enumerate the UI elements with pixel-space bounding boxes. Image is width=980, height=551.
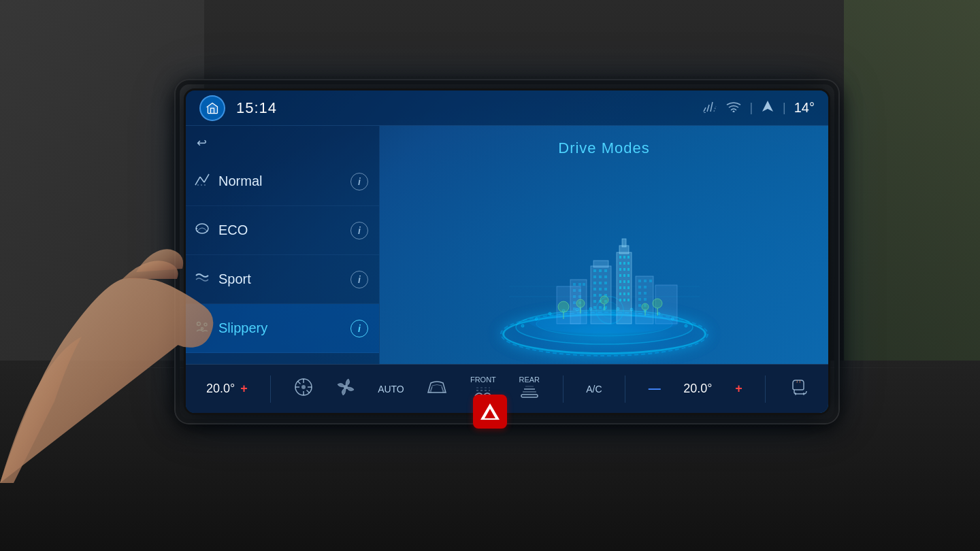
time-display: 15:14 xyxy=(236,99,277,117)
hologram-container xyxy=(475,164,734,382)
svg-rect-64 xyxy=(599,269,602,272)
svg-rect-47 xyxy=(623,274,625,277)
svg-line-0 xyxy=(704,107,706,112)
svg-rect-102 xyxy=(638,292,641,295)
svg-rect-41 xyxy=(623,262,625,265)
svg-rect-81 xyxy=(593,306,596,309)
svg-rect-42 xyxy=(627,262,630,265)
right-temp-minus[interactable]: — xyxy=(649,382,661,396)
svg-rect-57 xyxy=(627,293,630,295)
steering-heat-icon xyxy=(294,378,313,400)
svg-line-1 xyxy=(707,105,709,112)
svg-rect-69 xyxy=(593,282,596,284)
ac-label: A/C xyxy=(586,384,602,395)
svg-rect-66 xyxy=(593,276,596,278)
fan-section[interactable] xyxy=(336,378,355,400)
svg-rect-54 xyxy=(627,286,630,289)
svg-rect-97 xyxy=(638,280,641,282)
svg-point-13 xyxy=(197,322,201,326)
mode-item-sport[interactable]: Sport i xyxy=(186,255,379,304)
climate-bar: 20.0° + xyxy=(186,364,828,413)
home-button[interactable] xyxy=(199,95,225,121)
normal-icon xyxy=(194,173,210,189)
svg-rect-45 xyxy=(627,268,630,271)
signal-icon xyxy=(703,101,718,116)
outdoor-temperature: 14° xyxy=(794,100,815,116)
sport-info-button[interactable]: i xyxy=(350,271,368,288)
svg-point-122 xyxy=(529,312,679,333)
svg-rect-106 xyxy=(638,304,641,307)
svg-rect-105 xyxy=(644,298,647,301)
svg-point-22 xyxy=(549,312,551,315)
mode-item-eco[interactable]: ECO i xyxy=(186,206,379,255)
mode-item-normal[interactable]: Normal i xyxy=(186,157,379,206)
slippery-icon xyxy=(194,320,210,336)
svg-rect-82 xyxy=(599,306,602,309)
normal-label: Normal xyxy=(218,173,262,189)
svg-point-15 xyxy=(204,323,207,326)
steering-heat-section[interactable] xyxy=(294,378,313,400)
svg-rect-36 xyxy=(622,239,626,247)
screen-content: 15:14 xyxy=(186,90,828,413)
svg-point-110 xyxy=(558,301,569,312)
svg-point-32 xyxy=(685,324,687,327)
ac-section[interactable]: A/C xyxy=(586,384,602,395)
svg-rect-68 xyxy=(604,276,607,278)
svg-rect-72 xyxy=(593,288,596,290)
svg-marker-6 xyxy=(762,101,773,112)
auto-label: AUTO xyxy=(378,384,404,395)
svg-rect-53 xyxy=(623,286,625,289)
top-bar-right: | | 14° xyxy=(703,99,815,116)
right-temp-plus[interactable]: + xyxy=(735,382,742,396)
normal-info-button[interactable]: i xyxy=(350,173,368,190)
svg-rect-55 xyxy=(619,293,621,295)
rear-defroster-section[interactable]: REAR xyxy=(519,375,540,402)
back-button[interactable]: ↩ xyxy=(186,131,379,154)
svg-rect-52 xyxy=(619,286,621,289)
svg-rect-136 xyxy=(521,395,538,397)
hazard-button[interactable] xyxy=(473,395,507,429)
sport-icon xyxy=(194,271,210,287)
auto-section[interactable]: AUTO xyxy=(378,384,404,395)
svg-rect-86 xyxy=(578,283,581,286)
svg-point-11 xyxy=(196,224,208,233)
navigation-icon xyxy=(761,99,774,116)
home-icon xyxy=(206,101,219,115)
svg-rect-73 xyxy=(599,288,602,290)
svg-rect-60 xyxy=(627,299,630,301)
svg-rect-43 xyxy=(619,268,621,271)
svg-rect-65 xyxy=(604,269,607,272)
svg-rect-62 xyxy=(593,261,608,267)
status-divider-2: | xyxy=(783,101,786,115)
mode-item-slippery[interactable]: Slippery i xyxy=(186,304,379,353)
svg-rect-49 xyxy=(619,280,621,283)
slippery-info-button[interactable]: i xyxy=(350,320,368,337)
eco-icon xyxy=(194,222,210,238)
mode-sport-left: Sport xyxy=(194,271,251,287)
status-divider-1: | xyxy=(749,101,753,115)
windshield-section[interactable] xyxy=(427,379,447,399)
svg-point-112 xyxy=(653,299,662,308)
svg-rect-51 xyxy=(627,280,630,283)
slippery-label: Slippery xyxy=(218,320,267,336)
drive-modes-title: Drive Modes xyxy=(558,139,649,157)
seat-heater-section[interactable] xyxy=(789,378,808,401)
seat-icon xyxy=(789,378,808,401)
left-temp-plus[interactable]: + xyxy=(240,382,248,396)
hazard-icon xyxy=(480,403,500,420)
svg-line-132 xyxy=(306,390,309,393)
top-bar-left: 15:14 xyxy=(199,95,277,121)
svg-rect-39 xyxy=(627,256,630,258)
mode-normal-left: Normal xyxy=(194,173,262,189)
climate-div-2 xyxy=(563,375,564,403)
svg-rect-76 xyxy=(599,294,602,297)
svg-rect-46 xyxy=(619,274,621,277)
rear-defroster-icon xyxy=(520,385,539,402)
svg-line-2 xyxy=(710,102,713,112)
svg-rect-71 xyxy=(604,282,607,284)
svg-rect-103 xyxy=(644,292,647,295)
left-temp-section: 20.0° + xyxy=(206,382,248,396)
eco-info-button[interactable]: i xyxy=(350,222,368,239)
svg-line-7 xyxy=(195,177,200,185)
svg-point-116 xyxy=(642,303,649,310)
